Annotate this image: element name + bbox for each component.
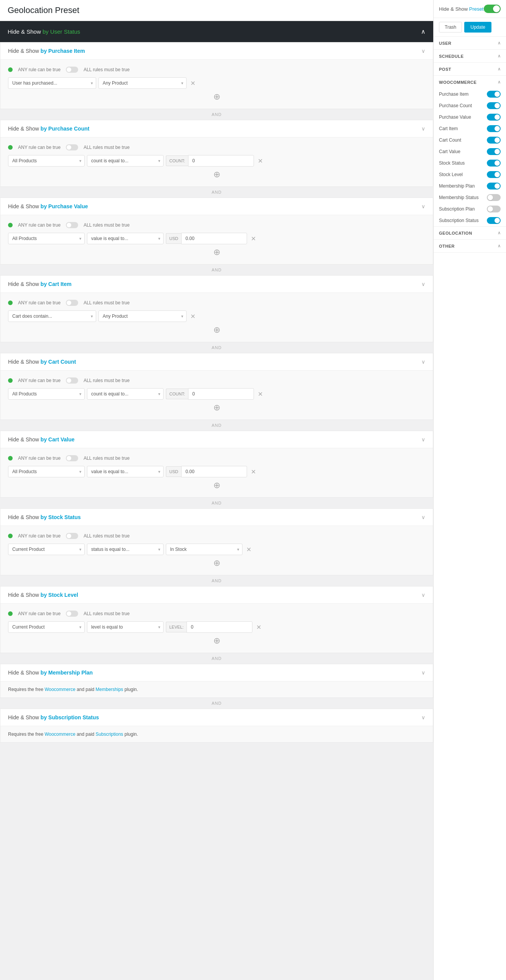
any-product-select[interactable]: Any Product — [98, 77, 187, 89]
any-all-toggle[interactable] — [66, 533, 78, 539]
title-bar: Geolocation Preset — [0, 0, 433, 21]
user-status-bar[interactable]: Hide & Show by User Status ∧ — [0, 21, 433, 42]
section-subscription-status-title: Hide & Show by Subscription Status — [8, 714, 99, 720]
section-cart-item-header[interactable]: Hide & Show by Cart Item ∨ — [0, 276, 433, 292]
page-wrapper: Geolocation Preset Hide & Show by User S… — [0, 0, 506, 980]
cart-value-toggle[interactable] — [487, 148, 501, 155]
sidebar-item-subscription-plan: Subscription Plan — [434, 203, 506, 215]
any-all-toggle[interactable] — [66, 144, 78, 150]
subscription-plan-toggle[interactable] — [487, 206, 501, 212]
remove-row-button[interactable]: ✕ — [189, 311, 197, 322]
membership-plan-toggle[interactable] — [487, 183, 501, 189]
memberships-link[interactable]: Memberships — [96, 687, 123, 692]
remove-row-button[interactable]: ✕ — [189, 78, 197, 88]
sidebar-section-schedule-header[interactable]: SCHEDULE ∧ — [434, 50, 506, 62]
add-filter-button[interactable]: ⊕ — [213, 170, 220, 179]
section-cart-count-header[interactable]: Hide & Show by Cart Count ∨ — [0, 353, 433, 370]
sidebar-section-other-header[interactable]: OTHER ∧ — [434, 240, 506, 252]
add-filter-button[interactable]: ⊕ — [213, 326, 220, 334]
all-rule-label: ALL rules must be true — [84, 300, 129, 305]
section-cart-value-header[interactable]: Hide & Show by Cart Value ∨ — [0, 431, 433, 448]
count-condition-select[interactable]: count is equal to... — [87, 388, 164, 400]
count-value-input[interactable] — [188, 388, 254, 400]
any-all-toggle[interactable] — [66, 67, 78, 73]
purchase-item-toggle[interactable] — [487, 91, 501, 98]
sidebar-section-geolocation-header[interactable]: GEOLOCATION ∧ — [434, 227, 506, 239]
filter-row: All Products count is equal to... COUNT: — [8, 388, 425, 400]
count-value-input[interactable] — [188, 155, 254, 167]
sidebar-actions: Trash Update — [434, 18, 506, 37]
currency-prefix-label: USD — [166, 233, 181, 244]
current-product-select[interactable]: Current Product — [8, 544, 85, 555]
value-condition-select[interactable]: value is equal to... — [87, 233, 164, 244]
remove-row-button[interactable]: ✕ — [256, 389, 264, 399]
remove-row-button[interactable]: ✕ — [255, 622, 263, 632]
any-all-toggle[interactable] — [66, 611, 78, 617]
all-rule-label: ALL rules must be true — [84, 611, 129, 616]
value-condition-select[interactable]: value is equal to... — [87, 466, 164, 477]
section-stock-status-header[interactable]: Hide & Show by Stock Status ∨ — [0, 509, 433, 526]
section-cart-count-title: Hide & Show by Cart Count — [8, 359, 76, 365]
remove-row-button[interactable]: ✕ — [256, 156, 264, 166]
status-condition-select[interactable]: status is equal to... — [87, 544, 164, 555]
section-subscription-status-header[interactable]: Hide & Show by Subscription Status ∨ — [0, 709, 433, 726]
currency-value-input[interactable] — [181, 466, 247, 477]
sidebar-item-cart-value: Cart Value — [434, 146, 506, 157]
level-condition-select[interactable]: level is equal to — [87, 621, 164, 633]
currency-value-input[interactable] — [181, 233, 247, 244]
preset-toggle[interactable] — [484, 5, 501, 13]
purchase-count-toggle[interactable] — [487, 102, 501, 109]
any-all-toggle[interactable] — [66, 455, 78, 461]
and-separator-7: AND — [0, 575, 433, 586]
add-filter-button[interactable]: ⊕ — [213, 637, 220, 645]
status-condition-select-wrapper: status is equal to... — [87, 544, 164, 555]
membership-status-toggle[interactable] — [487, 194, 501, 201]
stock-value-select[interactable]: In Stock — [166, 544, 242, 555]
add-filter-button[interactable]: ⊕ — [213, 403, 220, 412]
current-product-select[interactable]: Current Product — [8, 621, 85, 633]
section-purchase-count-header[interactable]: Hide & Show by Purchase Count ∨ — [0, 120, 433, 137]
cart-count-toggle[interactable] — [487, 137, 501, 144]
add-filter-button[interactable]: ⊕ — [213, 481, 220, 490]
user-purchased-select[interactable]: User has purchased... — [8, 77, 96, 89]
stock-status-toggle[interactable] — [487, 160, 501, 167]
stock-value-select-wrapper: In Stock — [166, 544, 242, 555]
products-select-wrapper: All Products — [8, 388, 85, 400]
purchase-value-toggle[interactable] — [487, 114, 501, 121]
trash-button[interactable]: Trash — [439, 22, 462, 33]
products-select[interactable]: All Products — [8, 233, 85, 244]
section-purchase-item-header[interactable]: Hide & Show by Purchase Item ∨ — [0, 42, 433, 59]
sidebar-section-post-header[interactable]: POST ∧ — [434, 63, 506, 75]
remove-row-button[interactable]: ✕ — [249, 467, 257, 477]
section-purchase-value-header[interactable]: Hide & Show by Purchase Value ∨ — [0, 198, 433, 215]
any-all-toggle[interactable] — [66, 300, 78, 306]
woocommerce-link[interactable]: Woocommerce — [44, 687, 75, 692]
remove-row-button[interactable]: ✕ — [245, 544, 253, 555]
woocommerce-link[interactable]: Woocommerce — [44, 732, 75, 737]
cart-condition-select[interactable]: Cart does contain... — [8, 310, 96, 322]
currency-prefix-label: USD — [166, 466, 181, 477]
subscription-status-toggle[interactable] — [487, 217, 501, 224]
sidebar-section-user-header[interactable]: USER ∧ — [434, 37, 506, 49]
section-stock-level-header[interactable]: Hide & Show by Stock Level ∨ — [0, 586, 433, 603]
any-all-toggle[interactable] — [66, 222, 78, 228]
add-filter-button[interactable]: ⊕ — [213, 93, 220, 101]
add-filter-button[interactable]: ⊕ — [213, 248, 220, 256]
stock-level-toggle[interactable] — [487, 171, 501, 178]
section-purchase-value-chevron-icon: ∨ — [421, 203, 425, 209]
any-all-toggle[interactable] — [66, 377, 78, 384]
products-select[interactable]: All Products — [8, 388, 85, 400]
subscriptions-link[interactable]: Subscriptions — [96, 732, 123, 737]
level-value-input[interactable] — [187, 621, 252, 633]
sidebar-section-woocommerce-header[interactable]: WOOCOMMERCE ∧ — [434, 76, 506, 88]
products-select[interactable]: All Products — [8, 466, 85, 477]
remove-row-button[interactable]: ✕ — [249, 234, 257, 244]
cart-item-toggle[interactable] — [487, 125, 501, 132]
update-button[interactable]: Update — [464, 22, 491, 33]
any-rule-label: ANY rule can be true — [18, 456, 61, 461]
any-product-select[interactable]: Any Product — [98, 310, 187, 322]
count-condition-select[interactable]: count is equal to... — [87, 155, 164, 167]
products-select[interactable]: All Products — [8, 155, 85, 167]
section-membership-plan-header[interactable]: Hide & Show by Membership Plan ∨ — [0, 664, 433, 681]
add-filter-button[interactable]: ⊕ — [213, 559, 220, 567]
